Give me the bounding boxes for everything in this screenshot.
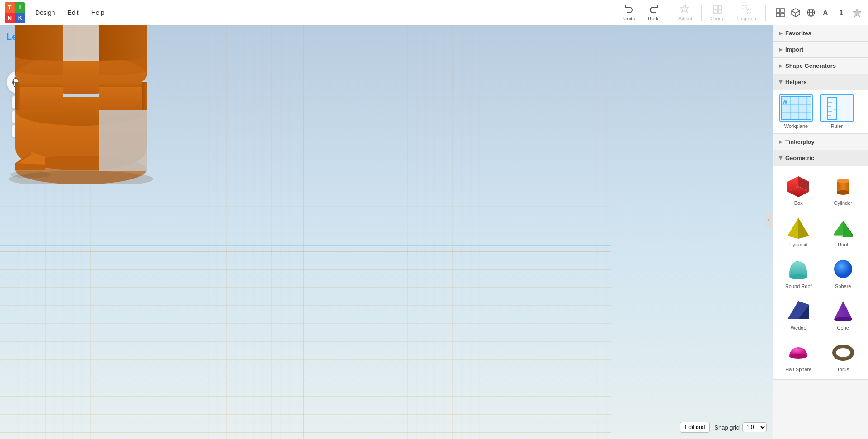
topbar: T I N K Design Edit Help Undo Redo	[0, 0, 868, 25]
geometric-label: Geometric	[785, 155, 814, 161]
svg-rect-8	[776, 13, 780, 17]
menu-help[interactable]: Help	[86, 6, 110, 19]
torus-label: Torus	[837, 367, 849, 372]
import-chevron: ▶	[779, 47, 783, 52]
logo-cad: K	[15, 13, 25, 23]
snap-grid-label: Snap grid	[714, 424, 740, 431]
shape-roof[interactable]: Roof	[823, 212, 864, 250]
3d-shape	[0, 25, 187, 184]
redo-icon	[648, 4, 659, 15]
grid-view-icon[interactable]	[774, 6, 787, 19]
logo-x: N	[5, 13, 15, 23]
group-icon	[712, 4, 723, 15]
shape-cylinder[interactable]: Cylinder	[823, 170, 864, 208]
workplane-item[interactable]: W Workplane	[778, 94, 814, 129]
shape-cone[interactable]: Cone	[823, 295, 864, 333]
shape-box[interactable]: Box	[778, 170, 819, 208]
edit-grid-button[interactable]: Edit grid	[680, 422, 710, 433]
roof-thumb	[829, 215, 858, 240]
sphere-label: Sphere	[835, 283, 851, 289]
workplane-label: Workplane	[784, 123, 808, 129]
view-icons: A 1	[774, 6, 863, 19]
favorites-star-icon[interactable]	[851, 6, 863, 19]
favorites-header[interactable]: ▶ Favorites	[773, 25, 868, 41]
favorites-section: ▶ Favorites	[773, 25, 868, 42]
3d-view-icon[interactable]	[789, 6, 802, 19]
group-label: Group	[711, 16, 725, 21]
shape-pyramid[interactable]: Pyramid	[778, 212, 819, 250]
ungroup-button[interactable]: Ungroup	[734, 2, 760, 23]
svg-point-69	[837, 179, 849, 183]
sphere-thumb	[829, 256, 858, 282]
ruler-label: Ruler	[831, 123, 843, 129]
number-icon[interactable]: 1	[835, 6, 848, 19]
text-icon[interactable]: A	[820, 6, 833, 19]
group-button[interactable]: Group	[707, 2, 728, 23]
logo-tin: T	[5, 2, 15, 13]
collapse-sidebar-button[interactable]: ›	[765, 211, 773, 229]
svg-marker-15	[853, 9, 861, 17]
shape-wedge[interactable]: Wedge	[778, 295, 819, 333]
cone-thumb	[829, 298, 858, 323]
snap-grid-control: Snap grid 1.0 0.5 0.25 2.0	[714, 422, 767, 432]
undo-button[interactable]: Undo	[620, 2, 639, 23]
divider-3	[765, 5, 766, 21]
ruler-item[interactable]: mm Ruler	[819, 94, 855, 129]
workplane-thumb: W	[779, 94, 813, 122]
helpers-section: ▶ Helpers	[773, 74, 868, 134]
canvas-area[interactable]: Letter Cube ? +	[0, 25, 773, 439]
svg-marker-76	[833, 221, 853, 237]
shape-torus[interactable]: Torus	[823, 337, 864, 375]
redo-button[interactable]: Redo	[644, 2, 663, 23]
svg-rect-5	[747, 10, 751, 14]
helpers-grid: W Workplane	[778, 94, 863, 129]
geometric-chevron: ▶	[778, 156, 783, 160]
favorites-label: Favorites	[785, 30, 811, 37]
redo-label: Redo	[648, 16, 659, 21]
shape-generators-header[interactable]: ▶ Shape Generators	[773, 58, 868, 74]
shape-round-roof[interactable]: Round Roof	[778, 254, 819, 292]
menu-edit[interactable]: Edit	[62, 6, 84, 19]
shape-half-sphere[interactable]: Half Sphere	[778, 337, 819, 375]
svg-rect-4	[743, 5, 746, 9]
svg-rect-39	[63, 25, 99, 61]
half-sphere-label: Half Sphere	[785, 367, 811, 372]
svg-rect-49	[142, 82, 147, 110]
svg-rect-3	[718, 10, 722, 14]
helpers-header[interactable]: ▶ Helpers	[773, 74, 868, 90]
shape-generators-chevron: ▶	[779, 63, 783, 68]
torus-thumb	[829, 340, 858, 365]
shape-sphere[interactable]: Sphere	[823, 254, 864, 292]
undo-label: Undo	[623, 16, 635, 21]
import-header[interactable]: ▶ Import	[773, 42, 868, 57]
svg-marker-72	[798, 218, 809, 239]
snap-grid-select[interactable]: 1.0 0.5 0.25 2.0	[742, 422, 767, 432]
svg-rect-6	[776, 9, 780, 12]
adjust-button[interactable]: Adjust	[675, 2, 696, 23]
bottom-controls: Edit grid Snap grid 1.0 0.5 0.25 2.0	[680, 422, 767, 433]
pyramid-label: Pyramid	[789, 242, 807, 247]
cylinder-thumb	[829, 173, 858, 198]
svg-rect-9	[781, 13, 784, 17]
svg-text:W: W	[783, 99, 787, 104]
svg-rect-45	[15, 82, 63, 87]
divider-2	[701, 5, 702, 21]
shape-generators-label: Shape Generators	[785, 62, 836, 69]
helpers-chevron: ▶	[778, 80, 783, 84]
geometric-section: ▶ Geometric	[773, 150, 868, 380]
wireframe-icon[interactable]	[805, 6, 817, 19]
svg-rect-48	[99, 82, 147, 87]
pyramid-thumb	[784, 215, 813, 240]
svg-rect-0	[714, 5, 717, 9]
box-thumb	[784, 173, 813, 198]
adjust-label: Adjust	[678, 16, 693, 21]
cone-label: Cone	[837, 325, 849, 330]
logo[interactable]: T I N K	[5, 2, 25, 23]
svg-rect-2	[714, 10, 717, 14]
tinkerplay-header[interactable]: ▶ Tinkerplay	[773, 134, 868, 150]
geometric-header[interactable]: ▶ Geometric	[773, 150, 868, 166]
svg-point-70	[837, 190, 849, 195]
menu-design[interactable]: Design	[30, 6, 61, 19]
svg-rect-43	[99, 110, 147, 171]
helpers-label: Helpers	[785, 79, 807, 85]
